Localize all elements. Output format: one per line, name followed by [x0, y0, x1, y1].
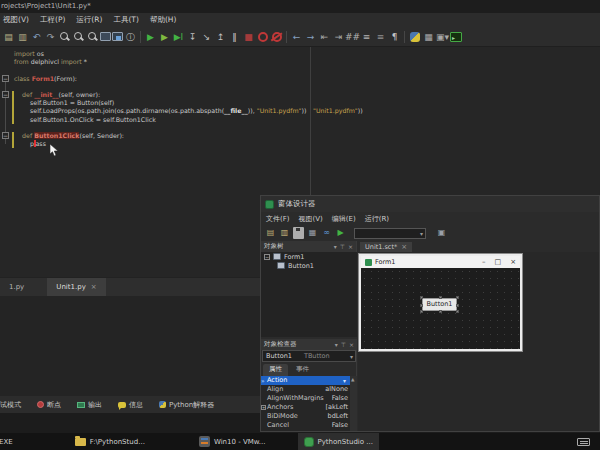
menu-item-3[interactable]: 工具(T)	[113, 15, 138, 25]
dock-tab-调试模式[interactable]: 调试模式	[0, 400, 29, 410]
layout-icon[interactable]: ▣	[436, 227, 447, 239]
pin-icon[interactable]: ⊤	[341, 342, 346, 348]
replace-icon[interactable]	[86, 30, 99, 44]
pin-icon[interactable]: ⊤	[340, 244, 345, 250]
designed-form-window[interactable]: Form1 –□× Button1	[359, 254, 522, 351]
object-tree-header[interactable]: 对象树 ▾⊤×	[261, 241, 356, 252]
run-params-icon[interactable]: ▶	[158, 30, 171, 44]
close-button[interactable]: ×	[510, 258, 516, 266]
nav-back-icon[interactable]: ←	[290, 30, 303, 44]
selection-handle[interactable]	[439, 310, 442, 313]
open-file-icon[interactable]: ▥	[279, 227, 290, 239]
stop-icon[interactable]: ■	[242, 30, 255, 44]
designer-menu-item-1[interactable]: 视图(V)	[299, 214, 323, 224]
menu-item-0[interactable]: 视图(V)	[3, 15, 29, 25]
inspector-tab-属性[interactable]: 属性	[263, 364, 288, 376]
terminal-icon[interactable]	[450, 32, 462, 42]
designer-menu-item-2[interactable]: 编辑(E)	[332, 214, 356, 224]
find-icon[interactable]	[58, 30, 71, 44]
close-icon[interactable]: ×	[91, 283, 97, 291]
designed-form-client[interactable]: Button1	[361, 268, 520, 349]
find-next-icon[interactable]	[72, 30, 85, 44]
selection-handle[interactable]	[456, 310, 459, 313]
form-selector-combobox[interactable]	[354, 228, 426, 239]
inspector-object-combobox[interactable]: Button1 TButton	[262, 350, 356, 362]
property-grid[interactable]: Action▾AlignalNoneAlignWithMarginsFalseA…	[261, 376, 357, 431]
selection-handle[interactable]	[420, 296, 423, 299]
tree-item-Form1[interactable]: Form1	[261, 252, 357, 261]
designed-form-titlebar[interactable]: Form1 –□×	[361, 256, 520, 268]
undo-icon[interactable]: ↶	[30, 30, 43, 44]
fold-collapse-icon[interactable]	[2, 91, 9, 98]
property-grid-scrollbar[interactable]	[350, 376, 357, 431]
clear-breakpoints-icon[interactable]	[270, 30, 283, 44]
menu-item-4[interactable]: 帮助(H)	[150, 15, 177, 25]
new-file-icon[interactable]: ▤	[265, 227, 276, 239]
menu-item-1[interactable]: 工程(P)	[40, 15, 65, 25]
save-icon[interactable]	[293, 227, 304, 239]
step-out-icon[interactable]: ↥	[214, 30, 227, 44]
indent-icon[interactable]: ⇥	[332, 30, 345, 44]
dropdown-icon[interactable]: ▾	[335, 342, 338, 348]
comment-icon[interactable]: ##	[346, 30, 359, 44]
toggle-breakpoint-icon[interactable]	[256, 30, 269, 44]
copy-icon[interactable]: ▥	[16, 30, 29, 44]
inspector-tab-事件[interactable]: 事件	[290, 364, 315, 376]
unindent-icon[interactable]: ⇤	[318, 30, 331, 44]
taskbar-item-vmware[interactable]: Win10 - VMw...	[193, 433, 272, 450]
dock-tab-输出[interactable]: 输出	[69, 400, 110, 410]
dropdown-icon[interactable]: ▾	[343, 376, 346, 385]
object-tree-body[interactable]: Form1Button1	[261, 252, 357, 337]
step-into-icon[interactable]: ↘	[200, 30, 213, 44]
selection-handle[interactable]	[420, 304, 423, 307]
editor-tab-1.py[interactable]: 1.py	[0, 278, 33, 296]
designer-doc-tab[interactable]: Unit1.sct* ×	[360, 242, 412, 252]
taskbar-item-folder[interactable]: F:\PythonStud...	[69, 433, 151, 450]
dock-tab-断点[interactable]: 断点	[29, 400, 69, 410]
expand-icon[interactable]	[261, 405, 266, 410]
close-icon[interactable]: ×	[349, 342, 354, 348]
close-icon[interactable]: ×	[348, 244, 353, 250]
step-over-icon[interactable]: ↧	[186, 30, 199, 44]
close-icon[interactable]: ×	[401, 243, 407, 251]
selection-handle[interactable]	[456, 296, 459, 299]
form-designer-window[interactable]: 窗体设计器 文件(F)视图(V)编辑(E)运行(R) ▤▥▦∞▶ ▣ 对象树 ▾…	[260, 195, 600, 432]
grid-view-icon[interactable]: ▦	[422, 30, 435, 44]
redo-icon[interactable]: ↷	[44, 30, 57, 44]
collapse-icon[interactable]	[264, 254, 270, 260]
designer-menu-item-0[interactable]: 文件(F)	[266, 214, 290, 224]
window-list-icon[interactable]: ▣▾	[436, 30, 449, 44]
nav-forward-icon[interactable]: →	[304, 30, 317, 44]
object-inspector-header[interactable]: 对象检查器 ▾⊤×	[261, 339, 357, 350]
dock-tab-信息[interactable]: 信息	[110, 400, 151, 410]
designer-titlebar[interactable]: 窗体设计器	[261, 196, 599, 212]
taskbar-item-partial[interactable]: EXE	[0, 433, 19, 450]
dropdown-icon[interactable]: ▾	[334, 244, 337, 250]
screenshot-icon[interactable]	[100, 32, 111, 41]
show-whitespace-icon[interactable]: ¶	[388, 30, 401, 44]
property-row-Align[interactable]: AlignalNone	[261, 385, 357, 394]
maximize-button[interactable]: □	[495, 258, 502, 266]
editor-tab-Unit1.py[interactable]: Unit1.py×	[47, 278, 105, 296]
fold-collapse-icon[interactable]	[2, 75, 9, 82]
designer-menu-item-3[interactable]: 运行(R)	[365, 214, 389, 224]
pause-icon[interactable]: ‖	[228, 30, 241, 44]
run-to-cursor-icon[interactable]: ▶I	[172, 30, 185, 44]
run-icon[interactable]: ▶	[144, 30, 157, 44]
property-row-Caption[interactable]: CaptionButton1	[261, 430, 357, 431]
taskbar-item-pythonstudio[interactable]: PythonStudio ...	[298, 433, 379, 450]
selection-handle[interactable]	[420, 310, 423, 313]
property-row-Cancel[interactable]: CancelFalse	[261, 421, 357, 430]
fold-collapse-icon[interactable]	[2, 132, 9, 139]
bind-icon[interactable]: ∞	[321, 227, 332, 239]
property-row-BiDiMode[interactable]: BiDiModebdLeft	[261, 412, 357, 421]
numbered-list-icon[interactable]: ≡	[360, 30, 373, 44]
selection-handle[interactable]	[439, 296, 442, 299]
minimize-button[interactable]: –	[482, 258, 486, 266]
sort-lines-icon[interactable]: ≡	[374, 30, 387, 44]
paste-icon[interactable]: ▤	[2, 30, 15, 44]
run-form-icon[interactable]: ▶	[335, 227, 346, 239]
property-row-Anchors[interactable]: Anchors[akLeft	[261, 403, 357, 412]
form-button[interactable]: Button1	[422, 298, 457, 311]
selection-handle[interactable]	[456, 304, 459, 307]
